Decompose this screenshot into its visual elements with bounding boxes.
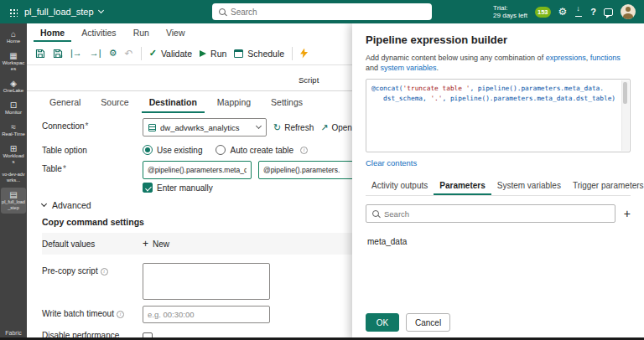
sidebar-item-onelake[interactable]: OneLake bbox=[1, 76, 26, 96]
sidebar-item-label: Workloads bbox=[2, 153, 25, 165]
expression-builder-description: Add dynamic content below using any comb… bbox=[366, 53, 631, 73]
expression-builder-footer: OK Cancel bbox=[366, 307, 631, 332]
tab-general[interactable]: General bbox=[42, 91, 88, 113]
code-line: @concat('truncate table ', pipeline().pa… bbox=[371, 84, 620, 94]
ok-button[interactable]: OK bbox=[366, 313, 399, 332]
table-schema-input[interactable] bbox=[143, 161, 252, 179]
tab-parameters[interactable]: Parameters bbox=[434, 176, 491, 195]
functions-link[interactable]: functions bbox=[590, 54, 621, 62]
parameter-list: meta_data bbox=[366, 233, 631, 250]
clear-contents-link[interactable]: Clear contents bbox=[366, 158, 417, 167]
list-item[interactable]: meta_data bbox=[366, 233, 631, 250]
connection-label: Connection* bbox=[42, 118, 143, 131]
sidebar-item-monitor[interactable]: Monitor bbox=[1, 98, 26, 118]
calendar-icon bbox=[234, 49, 243, 58]
info-icon bbox=[300, 147, 308, 154]
expression-editor[interactable]: @concat('truncate table ', pipeline().pa… bbox=[366, 79, 631, 152]
feedback-icon[interactable] bbox=[604, 8, 613, 16]
schedule-label: Schedule bbox=[247, 49, 284, 59]
sidebar-item-label: OneLake bbox=[3, 88, 23, 94]
cancel-button[interactable]: Cancel bbox=[406, 313, 450, 332]
expressions-link[interactable]: expressions bbox=[546, 54, 586, 62]
ribbon-tab-run[interactable]: Run bbox=[127, 23, 156, 42]
table-label: Table* bbox=[42, 161, 143, 173]
info-icon bbox=[117, 311, 124, 318]
app-launcher-icon[interactable] bbox=[8, 8, 18, 17]
expression-builder-panel: Pipeline expression builder Add dynamic … bbox=[352, 23, 644, 340]
arrow-bar-in-icon[interactable] bbox=[70, 49, 82, 58]
sidebar-item-realtime[interactable]: Real-Time bbox=[1, 120, 26, 140]
radio-icon bbox=[216, 145, 226, 155]
label-text: Connection bbox=[42, 121, 85, 131]
global-search[interactable] bbox=[212, 3, 432, 20]
search-icon bbox=[219, 8, 226, 15]
refresh-button[interactable]: Refresh bbox=[273, 122, 314, 133]
ribbon-tab-activities[interactable]: Activities bbox=[75, 23, 122, 42]
scrollbar-thumb[interactable] bbox=[623, 82, 627, 104]
onelake-icon bbox=[10, 79, 17, 88]
validate-button[interactable]: Validate bbox=[149, 48, 192, 59]
realtime-icon bbox=[11, 122, 16, 131]
ribbon-tab-home[interactable]: Home bbox=[34, 23, 71, 42]
save-button[interactable] bbox=[35, 49, 45, 59]
write-batch-timeout-input[interactable] bbox=[143, 306, 270, 323]
ribbon-tab-view[interactable]: View bbox=[159, 23, 192, 42]
pipeline-icon bbox=[9, 190, 17, 199]
sidebar-item-home[interactable]: Home bbox=[1, 27, 26, 47]
code-token: , pipeline().parameters.meta_data. bbox=[470, 85, 604, 92]
description-text: . bbox=[437, 64, 439, 72]
radio-use-existing[interactable]: Use existing bbox=[143, 145, 202, 155]
open-button[interactable]: Open bbox=[320, 122, 352, 133]
table-option-label: Table option bbox=[42, 142, 143, 155]
system-variables-link[interactable]: system variables bbox=[381, 64, 437, 72]
code-token: @concat( bbox=[371, 85, 403, 92]
connection-dropdown[interactable]: dw_advwrks_analytics bbox=[143, 118, 267, 137]
pipeline-title-menu[interactable]: pl_full_load_step bbox=[24, 7, 103, 17]
run-button[interactable]: Run bbox=[200, 49, 226, 59]
scrollbar[interactable] bbox=[621, 80, 629, 151]
tab-destination[interactable]: Destination bbox=[142, 91, 205, 113]
label-text: Write batch timeout bbox=[42, 309, 114, 318]
sidebar-item-workspaces[interactable]: Workspaces bbox=[1, 49, 26, 75]
settings-gear-icon[interactable] bbox=[558, 7, 568, 17]
expression-tabs: Activity outputs Parameters System varia… bbox=[366, 176, 631, 196]
tab-source[interactable]: Source bbox=[93, 91, 136, 113]
tab-activity-outputs[interactable]: Activity outputs bbox=[366, 176, 434, 195]
tab-mapping[interactable]: Mapping bbox=[210, 91, 258, 113]
refresh-icon bbox=[273, 122, 281, 133]
pre-copy-script-input[interactable] bbox=[143, 263, 270, 300]
warehouse-icon bbox=[148, 124, 156, 131]
search-input[interactable] bbox=[231, 8, 425, 17]
sidebar-item-workspace[interactable]: vo-dev-advwrks... bbox=[1, 169, 26, 186]
flash-icon[interactable] bbox=[300, 49, 308, 59]
tab-settings[interactable]: Settings bbox=[263, 91, 310, 113]
undo-icon[interactable] bbox=[125, 49, 133, 59]
help-icon[interactable] bbox=[590, 8, 596, 17]
table-option-controls: Use existing Auto create table bbox=[143, 142, 308, 155]
parameter-search[interactable] bbox=[366, 204, 615, 223]
fabric-window: pl_full_load_step Trial: 29 days left 15… bbox=[0, 0, 644, 340]
add-parameter-button[interactable] bbox=[624, 208, 631, 219]
arrow-bar-out-icon[interactable] bbox=[90, 49, 101, 58]
home-icon bbox=[11, 29, 16, 39]
tab-system-variables[interactable]: System variables bbox=[491, 176, 567, 195]
pipeline-settings-icon[interactable] bbox=[109, 49, 117, 58]
download-icon[interactable] bbox=[574, 7, 583, 17]
advanced-label: Advanced bbox=[52, 200, 91, 210]
required-mark: * bbox=[86, 121, 89, 131]
required-mark: * bbox=[63, 164, 66, 173]
write-batch-label: Write batch timeout bbox=[42, 306, 143, 318]
notification-badge[interactable]: 153 bbox=[535, 7, 551, 18]
parameter-search-input[interactable] bbox=[384, 209, 609, 219]
user-avatar[interactable] bbox=[621, 4, 636, 19]
sidebar-item-workloads[interactable]: Workloads bbox=[1, 142, 26, 167]
radio-auto-create[interactable]: Auto create table bbox=[216, 145, 308, 155]
code-token: , pipeline().parameters.meta_data.dst_ta… bbox=[443, 95, 616, 102]
save-icon bbox=[35, 49, 45, 59]
workspaces-icon bbox=[9, 51, 17, 60]
tab-trigger-parameters[interactable]: Trigger parameters bbox=[567, 176, 644, 195]
schedule-button[interactable]: Schedule bbox=[234, 49, 284, 59]
new-default-value-button[interactable]: New bbox=[143, 239, 169, 249]
sidebar-item-pipeline[interactable]: pl_full_load_step bbox=[1, 188, 26, 214]
save-as-button[interactable] bbox=[53, 49, 63, 59]
